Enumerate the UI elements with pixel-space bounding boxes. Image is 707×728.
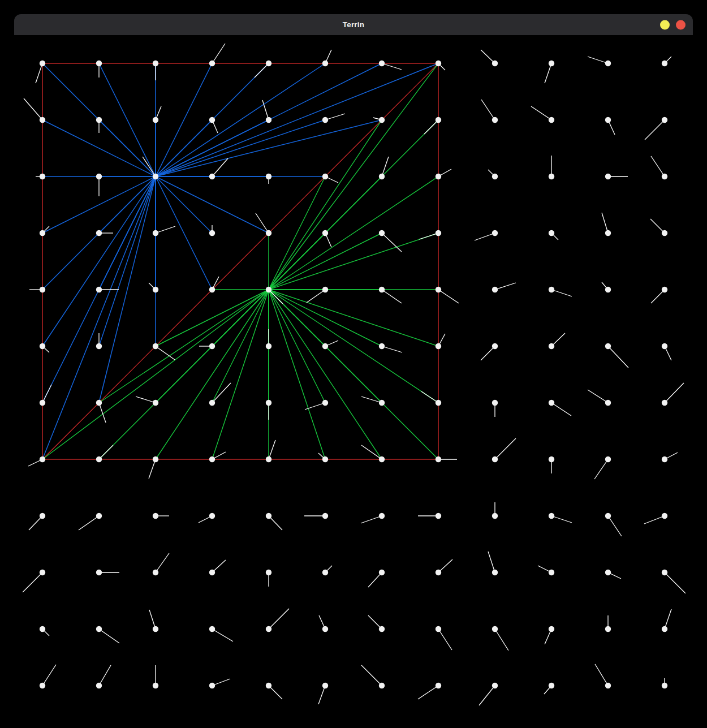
grid-point xyxy=(492,230,498,236)
gradient-vector xyxy=(382,63,402,70)
grid-point xyxy=(549,61,554,66)
gradient-vector xyxy=(24,98,42,120)
green-ray xyxy=(269,290,438,459)
grid-point xyxy=(605,626,611,632)
grid-point xyxy=(209,61,215,66)
grid-point xyxy=(153,626,158,632)
grid-point xyxy=(266,570,271,575)
grid-point xyxy=(549,287,554,292)
green-ray xyxy=(269,290,382,459)
green-ray xyxy=(156,290,269,459)
gradient-vector xyxy=(645,120,665,140)
blue-ray xyxy=(156,176,212,290)
grid-point xyxy=(209,570,215,575)
blue-ray xyxy=(156,120,325,176)
gradient-vector xyxy=(588,57,608,63)
gradient-vector xyxy=(488,552,495,572)
grid-point xyxy=(549,174,554,179)
gradient-vector xyxy=(665,609,671,629)
gradient-vector xyxy=(42,385,51,403)
grid-point xyxy=(662,626,667,632)
grid-point xyxy=(40,174,45,179)
green-ray xyxy=(269,290,382,346)
window-titlebar[interactable]: Terrin xyxy=(14,14,693,35)
grid-point xyxy=(662,117,667,123)
green-ray xyxy=(99,290,269,403)
gradient-vector xyxy=(307,290,325,303)
grid-point xyxy=(605,570,611,575)
grid-point xyxy=(266,456,271,462)
grid-point xyxy=(436,400,441,406)
grid-point xyxy=(436,61,441,66)
grid-point xyxy=(379,570,385,575)
grid-point xyxy=(209,287,215,292)
gradient-vector xyxy=(325,114,345,120)
gradient-vector xyxy=(99,445,113,459)
gradient-vector xyxy=(421,391,438,403)
gradient-vector xyxy=(594,459,608,479)
grid-point xyxy=(40,570,45,575)
gradient-vector xyxy=(608,516,622,536)
gradient-vector xyxy=(608,346,628,368)
gradient-vector xyxy=(481,100,495,120)
grid-point xyxy=(662,570,667,575)
grid-point xyxy=(266,230,271,236)
grid-point xyxy=(96,400,102,406)
grid-point xyxy=(96,117,102,123)
grid-point xyxy=(96,61,102,66)
grid-point xyxy=(436,117,441,123)
terrain-canvas[interactable] xyxy=(0,0,707,728)
minimize-button[interactable] xyxy=(660,20,670,29)
grid-point xyxy=(549,626,554,632)
grid-point xyxy=(605,117,611,123)
grid-point xyxy=(266,174,271,179)
gradient-vector xyxy=(665,383,684,403)
screen: Terrin xyxy=(0,0,707,728)
green-ray xyxy=(269,290,325,459)
blue-ray xyxy=(156,120,212,176)
grid-point xyxy=(436,230,441,236)
gradient-vector xyxy=(36,63,42,83)
grid-point xyxy=(379,683,385,688)
grid-point xyxy=(40,343,45,349)
grid-point xyxy=(549,570,554,575)
gradient-vector xyxy=(361,516,382,523)
grid-point xyxy=(379,513,385,519)
gradient-vector xyxy=(156,553,169,572)
grid-point xyxy=(209,117,215,123)
grid-point xyxy=(492,513,498,519)
gradient-vector xyxy=(382,346,402,352)
grid-point xyxy=(492,117,498,123)
green-ray xyxy=(212,290,269,403)
grid-point xyxy=(153,61,158,66)
grid-point xyxy=(379,230,385,236)
grid-point xyxy=(209,513,215,519)
grid-point xyxy=(209,400,215,406)
grid-point xyxy=(322,287,328,292)
blue-ray xyxy=(156,120,269,176)
grid-point xyxy=(322,400,328,406)
grid-point xyxy=(549,513,554,519)
gradient-vector xyxy=(368,572,382,587)
grid-point xyxy=(379,117,385,123)
blue-ray xyxy=(99,120,156,176)
gradient-vector xyxy=(495,438,516,459)
gradient-vector xyxy=(475,233,495,240)
grid-point xyxy=(96,513,102,519)
grid-point xyxy=(96,174,102,179)
gradient-vector xyxy=(212,44,225,63)
gradient-vector xyxy=(23,572,42,592)
grid-point xyxy=(605,287,611,292)
blue-ray xyxy=(156,176,212,233)
grid-point xyxy=(549,343,554,349)
gradient-vector xyxy=(149,459,156,479)
grid-point xyxy=(436,626,441,632)
gradient-vector xyxy=(479,686,495,705)
grid-point xyxy=(209,626,215,632)
gradient-vector xyxy=(156,346,175,360)
gradient-vector xyxy=(644,516,665,524)
grid-point xyxy=(266,513,271,519)
grid-point xyxy=(153,683,158,688)
close-button[interactable] xyxy=(676,20,686,29)
grid-point xyxy=(266,400,271,406)
